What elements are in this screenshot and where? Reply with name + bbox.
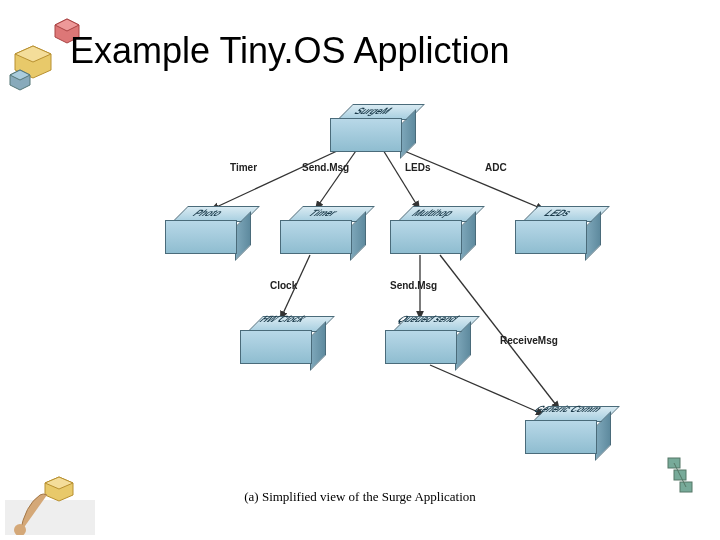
edge-label-sendmsg1: Send.Msg [302,162,349,173]
node-generic: Generic Comm [525,420,595,452]
svg-line-22 [430,365,545,415]
edge-label-clock: Clock [270,280,297,291]
svg-line-16 [315,145,360,210]
node-label: Multihop [393,208,473,218]
node-timer: Timer [280,220,350,252]
node-label: Timer [283,208,363,218]
node-label: SurgeM [333,106,413,116]
node-photo: Photo [165,220,235,252]
edge-label-sendmsg2: Send.Msg [390,280,437,291]
node-label: Generic Comm [528,404,608,414]
edge-label-recvmsg: ReceiveMsg [500,335,558,346]
svg-line-15 [210,145,350,210]
figure-caption: (a) Simplified view of the Surge Applica… [0,489,720,505]
diagram-area: Timer Send.Msg LEDs ADC Clock Send.Msg R… [130,100,630,480]
node-label: Photo [168,208,248,218]
node-queued: Queued send [385,330,455,362]
node-label: LEDs [518,208,598,218]
node-label: HW Clock [243,314,323,324]
node-hwclock: HW Clock [240,330,310,362]
node-surgem: SurgeM [330,118,400,150]
node-label: Queued send [388,314,468,324]
node-multihop: Multihop [390,220,460,252]
page-title: Example Tiny.OS Appliction [70,30,510,72]
edge-label-leds: LEDs [405,162,431,173]
edge-label-adc: ADC [485,162,507,173]
edge-label-timer: Timer [230,162,257,173]
node-leds: LEDs [515,220,585,252]
